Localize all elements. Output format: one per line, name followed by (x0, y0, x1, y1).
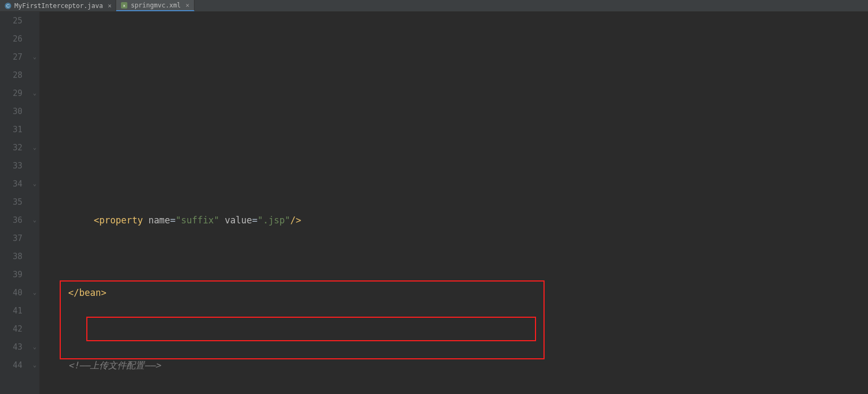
fold-marker[interactable] (30, 157, 39, 175)
fold-marker[interactable]: ⌄ (30, 139, 39, 157)
line-number: 44 (0, 356, 22, 374)
code-line: <!——上传文件配置——> (43, 356, 868, 374)
line-number: 31 (0, 120, 22, 139)
fold-marker[interactable]: ⌄ (30, 284, 39, 302)
java-class-icon: C (4, 2, 12, 10)
line-number: 39 (0, 266, 22, 284)
line-number: 36 (0, 211, 22, 229)
fold-marker[interactable]: ⌄ (30, 175, 39, 193)
line-number: 42 (0, 320, 22, 338)
line-number: 29 (0, 84, 22, 102)
tab-myfirstinterceptor[interactable]: C MyFirstInterceptor.java × (0, 0, 116, 11)
line-number: 30 (0, 102, 22, 120)
tab-label: MyFirstInterceptor.java (14, 2, 103, 10)
line-number-gutter: 2526272829303132333435363738394041424344 (0, 12, 30, 394)
fold-marker[interactable] (30, 120, 39, 139)
code-line: <property name="suffix" value=".jsp"/> (43, 211, 868, 229)
code-line (43, 139, 868, 157)
close-icon[interactable]: × (108, 2, 111, 10)
fold-marker[interactable] (30, 247, 39, 266)
line-number: 37 (0, 229, 22, 247)
fold-marker[interactable] (30, 266, 39, 284)
line-number: 41 (0, 302, 22, 320)
annotation-box-inner (86, 317, 536, 341)
svg-text:x: x (123, 3, 125, 8)
fold-marker[interactable] (30, 320, 39, 338)
line-number: 34 (0, 175, 22, 193)
fold-marker[interactable]: ⌄ (30, 356, 39, 374)
line-number: 27 (0, 48, 22, 66)
line-number: 35 (0, 193, 22, 211)
line-number: 40 (0, 284, 22, 302)
fold-marker[interactable] (30, 102, 39, 120)
fold-gutter[interactable]: ⌄⌄⌄⌄⌄⌄⌄⌄ (30, 12, 39, 394)
fold-marker[interactable]: ⌄ (30, 84, 39, 102)
line-number: 43 (0, 338, 22, 356)
line-number: 38 (0, 247, 22, 266)
fold-marker[interactable] (30, 229, 39, 247)
code-editor[interactable]: 2526272829303132333435363738394041424344… (0, 12, 868, 394)
editor-tabs: C MyFirstInterceptor.java × x springmvc.… (0, 0, 868, 12)
fold-marker[interactable]: ⌄ (30, 211, 39, 229)
line-number: 26 (0, 30, 22, 48)
line-number: 32 (0, 139, 22, 157)
tab-label: springmvc.xml (131, 2, 181, 9)
line-number: 33 (0, 157, 22, 175)
xml-file-icon: x (120, 2, 128, 9)
fold-marker[interactable] (30, 66, 39, 84)
svg-text:C: C (6, 3, 10, 9)
fold-marker[interactable] (30, 12, 39, 30)
fold-marker[interactable] (30, 302, 39, 320)
code-area[interactable]: <property name="suffix" value=".jsp"/> <… (39, 12, 868, 394)
fold-marker[interactable]: ⌄ (30, 48, 39, 66)
code-line: </bean> (43, 284, 868, 302)
line-number: 28 (0, 66, 22, 84)
fold-marker[interactable] (30, 30, 39, 48)
fold-marker[interactable] (30, 193, 39, 211)
fold-marker[interactable]: ⌄ (30, 338, 39, 356)
line-number: 25 (0, 12, 22, 30)
tab-springmvc[interactable]: x springmvc.xml × (116, 0, 194, 11)
close-icon[interactable]: × (185, 2, 189, 9)
